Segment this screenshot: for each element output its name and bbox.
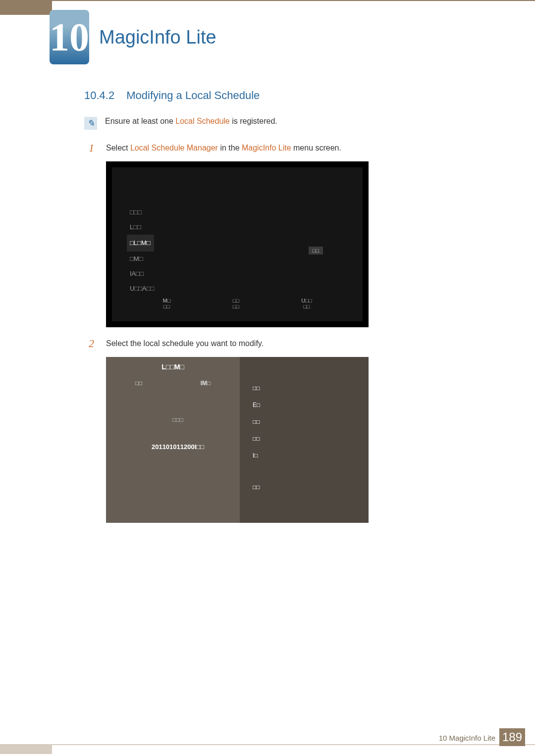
menu-list: □□□ L□□ □L□M□ □M□ IA□□ U□□A□□ [130, 205, 154, 296]
page-footer: 10 MagicInfo Lite 189 [0, 734, 535, 756]
step-text: Select the local schedule you want to mo… [106, 337, 264, 348]
menu-item: L□□ [130, 220, 154, 235]
chapter-title: MagicInfo Lite [99, 27, 216, 48]
menu-item-selected: □L□M□ [127, 235, 154, 252]
step-1: 1 Select Local Schedule Manager in the M… [84, 142, 485, 154]
list-item: E□ [250, 397, 359, 413]
tab: IM□ [201, 380, 211, 387]
page-number-box: 189 [499, 728, 525, 746]
right-badge: □□ [309, 247, 323, 254]
list-item: □□ [250, 413, 359, 430]
page-number: 189 [502, 730, 522, 744]
menu-item: U□□A□□ [130, 281, 154, 296]
content-area: 10.4.2 Modifying a Local Schedule ✎ Ensu… [84, 89, 485, 533]
section-title: Modifying a Local Schedule [126, 89, 260, 101]
bottom-legend: M□ □□ □□ □□ U□□ □□ [132, 298, 343, 309]
screenshot-schedule-manager: L□□M□ □□ IM□ □□□ 201101011200I□□ □□ E□ □… [106, 357, 369, 523]
menu-item: □M□ [130, 252, 154, 266]
note-icon: ✎ [84, 117, 97, 130]
note-row: ✎ Ensure at least one Local Schedule is … [84, 117, 485, 130]
legend-col: U□□ □□ [301, 298, 312, 309]
note-text: Ensure at least one Local Schedule is re… [105, 117, 277, 126]
list-item: □□ [250, 479, 359, 496]
footer-chapter: 10 MagicInfo Lite [439, 734, 495, 742]
tab: □□ [135, 380, 143, 387]
section-heading: 10.4.2 Modifying a Local Schedule [84, 89, 485, 102]
section-number: 10.4.2 [84, 89, 114, 101]
screenshot-menu-screen: □□□ L□□ □L□M□ □M□ IA□□ U□□A□□ □□ M□ □□ □… [106, 161, 369, 327]
schedule-item-label: □□□ [131, 416, 225, 423]
step-number: 2 [84, 337, 94, 350]
list-item: □□ [250, 380, 359, 397]
legend-col: □□ □□ [233, 298, 239, 309]
panel-title: L□□M□ [106, 363, 240, 371]
list-item: □□ [250, 430, 359, 447]
schedule-action-list: □□ E□ □□ □□ I□ □□ [250, 380, 359, 496]
menu-item: IA□□ [130, 266, 154, 281]
panel-tabs: □□ IM□ [106, 380, 240, 387]
step-text: Select Local Schedule Manager in the Mag… [106, 142, 341, 152]
step-2: 2 Select the local schedule you want to … [84, 337, 485, 350]
screenshot-inner: □□□ L□□ □L□M□ □M□ IA□□ U□□A□□ □□ M□ □□ □… [112, 167, 363, 321]
legend-col: M□ □□ [163, 298, 171, 309]
note-emphasis: Local Schedule [175, 117, 229, 125]
list-item: I□ [250, 447, 359, 464]
schedule-item-name: 201101011200I□□ [131, 443, 225, 451]
chapter-header: 10 MagicInfo Lite [50, 10, 216, 64]
chapter-number-box: 10 [50, 10, 89, 64]
schedule-left-panel: L□□M□ □□ IM□ □□□ 201101011200I□□ [106, 357, 240, 523]
menu-item: □□□ [130, 205, 154, 220]
footer-rule [52, 744, 535, 745]
schedule-item: □□□ 201101011200I□□ [131, 416, 225, 451]
chapter-number: 10 [50, 17, 89, 57]
step-number: 1 [84, 142, 94, 154]
